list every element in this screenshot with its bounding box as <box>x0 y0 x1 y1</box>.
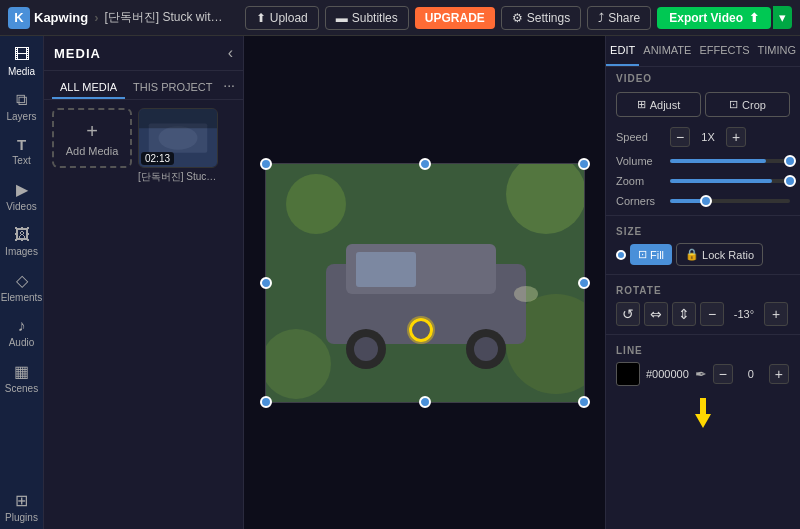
sidebar-item-images[interactable]: 🖼 Images <box>2 220 42 263</box>
video-frame[interactable] <box>265 163 585 403</box>
divider-2 <box>606 274 800 275</box>
line-width-value: 0 <box>739 368 763 380</box>
media-tab-project[interactable]: THIS PROJECT <box>125 77 220 99</box>
adjust-button[interactable]: ⊞ Adjust <box>616 92 701 117</box>
resize-handle-bl[interactable] <box>260 396 272 408</box>
color-swatch[interactable] <box>616 362 640 386</box>
svg-point-2 <box>159 126 198 149</box>
speed-decrease-button[interactable]: − <box>670 127 690 147</box>
crop-button[interactable]: ⊡ Crop <box>705 92 790 117</box>
speed-value: 1X <box>696 131 720 143</box>
svg-point-5 <box>286 174 346 234</box>
export-button[interactable]: Export Video ⬆ <box>657 7 771 29</box>
scenes-icon: ▦ <box>14 362 29 381</box>
tab-effects[interactable]: EFFECTS <box>695 36 753 66</box>
volume-slider-thumb[interactable] <box>784 155 796 167</box>
left-sidebar: 🎞 Media ⧉ Layers T Text ▶ Videos 🖼 Image… <box>0 36 44 529</box>
resize-handle-tl[interactable] <box>260 158 272 170</box>
media-tab-all[interactable]: ALL MEDIA <box>52 77 125 99</box>
volume-slider-fill <box>670 159 766 163</box>
corners-slider-track[interactable] <box>670 199 790 203</box>
svg-point-13 <box>354 337 378 361</box>
color-picker-icon[interactable]: ✒ <box>695 366 707 382</box>
media-more-button[interactable]: ··· <box>223 77 235 99</box>
right-panel-tabs: EDIT ANIMATE EFFECTS TIMING <box>606 36 800 67</box>
resize-handle-tm[interactable] <box>419 158 431 170</box>
corners-row: Corners <box>606 191 800 211</box>
tab-animate[interactable]: ANIMATE <box>639 36 695 66</box>
zoom-label: Zoom <box>616 175 664 187</box>
sidebar-item-videos[interactable]: ▶ Videos <box>2 174 42 218</box>
zoom-slider-thumb[interactable] <box>784 175 796 187</box>
line-increase-button[interactable]: + <box>769 364 789 384</box>
share-icon: ⤴ <box>598 11 604 25</box>
sidebar-item-text[interactable]: T Text <box>2 130 42 172</box>
sidebar-label-elements: Elements <box>1 292 43 303</box>
resize-handle-rm[interactable] <box>578 277 590 289</box>
zoom-slider-fill <box>670 179 772 183</box>
topbar-actions: ⬆ Upload ▬ Subtitles UPGRADE ⚙ Settings … <box>245 6 792 30</box>
corners-label: Corners <box>616 195 664 207</box>
volume-label: Volume <box>616 155 664 167</box>
sidebar-label-media: Media <box>8 66 35 77</box>
lock-icon: 🔒 <box>685 248 699 261</box>
lock-ratio-button[interactable]: 🔒 Lock Ratio <box>676 243 763 266</box>
resize-handle-tr[interactable] <box>578 158 590 170</box>
breadcrumb-sep: › <box>94 10 98 25</box>
rotate-increase-button[interactable]: + <box>764 302 788 326</box>
sidebar-item-elements[interactable]: ◇ Elements <box>2 265 42 309</box>
export-dropdown-button[interactable]: ▾ <box>773 6 792 29</box>
sidebar-item-layers[interactable]: ⧉ Layers <box>2 85 42 128</box>
video-action-buttons: ⊞ Adjust ⊡ Crop <box>606 86 800 123</box>
settings-button[interactable]: ⚙ Settings <box>501 6 581 30</box>
line-decrease-button[interactable]: − <box>713 364 733 384</box>
sidebar-item-media[interactable]: 🎞 Media <box>2 40 42 83</box>
videos-icon: ▶ <box>16 180 28 199</box>
color-hex-value: #000000 <box>646 368 689 380</box>
tab-timing[interactable]: TIMING <box>754 36 801 66</box>
resize-handle-bm[interactable] <box>419 396 431 408</box>
tab-edit[interactable]: EDIT <box>606 36 639 66</box>
volume-slider-track[interactable] <box>670 159 790 163</box>
zoom-slider-track[interactable] <box>670 179 790 183</box>
media-panel-collapse[interactable]: ‹ <box>228 44 233 62</box>
corners-slider-thumb[interactable] <box>700 195 712 207</box>
bottom-arrow-container <box>606 390 800 436</box>
share-button[interactable]: ⤴ Share <box>587 6 651 30</box>
speed-increase-button[interactable]: + <box>726 127 746 147</box>
media-panel: MEDIA ‹ ALL MEDIA THIS PROJECT ··· + Add… <box>44 36 244 529</box>
flip-h-button[interactable]: ⇔ <box>644 302 668 326</box>
flip-v-button[interactable]: ⇕ <box>672 302 696 326</box>
speed-label: Speed <box>616 131 664 143</box>
rotate-row: ↺ ⇔ ⇕ − -13° + <box>606 298 800 330</box>
bottom-arrow-indicator <box>691 398 715 428</box>
sidebar-item-audio[interactable]: ♪ Audio <box>2 311 42 354</box>
fill-button[interactable]: ⊡ Fill <box>630 244 672 265</box>
sidebar-label-images: Images <box>5 246 38 257</box>
rotate-decrease-button[interactable]: − <box>700 302 724 326</box>
svg-marker-18 <box>695 398 711 428</box>
media-thumbnail[interactable]: 02:13 <box>138 108 218 168</box>
rotate-ccw-button[interactable]: ↺ <box>616 302 640 326</box>
rotation-handle[interactable] <box>409 318 433 342</box>
adjust-icon: ⊞ <box>637 98 646 111</box>
app-logo: K Kapwing › [단독버진] Stuck with ... <box>8 7 225 29</box>
sidebar-label-text: Text <box>12 155 30 166</box>
video-content <box>266 164 584 402</box>
zoom-row: Zoom <box>606 171 800 191</box>
sidebar-item-scenes[interactable]: ▦ Scenes <box>2 356 42 400</box>
sidebar-label-plugins: Plugins <box>5 512 38 523</box>
resize-handle-br[interactable] <box>578 396 590 408</box>
plugins-icon: ⊞ <box>15 491 28 510</box>
upgrade-button[interactable]: UPGRADE <box>415 7 495 29</box>
sidebar-item-plugins[interactable]: ⊞ Plugins <box>2 485 42 529</box>
resize-handle-lm[interactable] <box>260 277 272 289</box>
project-title: [단독버진] Stuck with ... <box>105 9 225 26</box>
add-media-button[interactable]: + Add Media <box>52 108 132 168</box>
subtitles-button[interactable]: ▬ Subtitles <box>325 6 409 30</box>
upload-button[interactable]: ⬆ Upload <box>245 6 319 30</box>
sidebar-label-audio: Audio <box>9 337 35 348</box>
volume-row: Volume <box>606 151 800 171</box>
export-icon: ⬆ <box>749 11 759 25</box>
size-active-indicator <box>616 250 626 260</box>
